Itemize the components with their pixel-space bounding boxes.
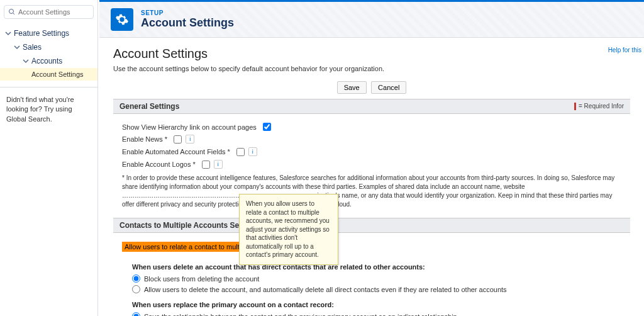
- required-hint: = Required Infor: [574, 103, 624, 110]
- radio-delete-block-label: Block users from deleting the account: [144, 275, 259, 283]
- sidebar-help-text: Didn't find what you're looking for? Try…: [0, 87, 97, 132]
- row-enable-news: Enable News * i: [122, 135, 621, 144]
- replace-heading: When users replace the primary account o…: [132, 301, 621, 308]
- main-area: SETUP Account Settings Account Settings …: [99, 0, 644, 316]
- page-title: Account Settings: [113, 47, 630, 61]
- page-intro: Use the account settings below to specif…: [113, 65, 630, 72]
- required-bar-icon: [574, 103, 576, 110]
- radio-delete-allow-input[interactable]: [132, 285, 140, 293]
- tree-sales[interactable]: Sales: [0, 40, 97, 54]
- tree-label: Accounts: [31, 57, 62, 65]
- section-general-body: Show View Hierarchy link on account page…: [113, 114, 630, 214]
- tree-label: Account Settings: [31, 71, 84, 78]
- label-enable-logos: Enable Account Logos *: [122, 161, 196, 168]
- sidebar-search-input[interactable]: [18, 8, 89, 16]
- info-icon[interactable]: i: [248, 147, 257, 156]
- top-button-row: Save Cancel: [113, 81, 630, 94]
- sidebar-search-box[interactable]: [4, 5, 94, 19]
- page-header: SETUP Account Settings: [99, 0, 644, 38]
- content-area: Account Settings Help for this Use the a…: [99, 38, 644, 316]
- tree-label: Feature Settings: [14, 29, 69, 38]
- section-contacts-body: Allow users to relate a contact to multi…: [113, 233, 630, 316]
- radio-replace-save[interactable]: Save the relationship between the contac…: [132, 312, 621, 316]
- tree-account-settings[interactable]: Account Settings: [0, 68, 97, 81]
- sidebar-search-wrap: [0, 0, 97, 24]
- label-enable-auto-fields: Enable Automated Account Fields *: [122, 148, 230, 155]
- checkbox-enable-auto-fields[interactable]: [236, 148, 245, 156]
- help-link[interactable]: Help for this: [608, 47, 641, 54]
- header-eyebrow: SETUP: [141, 9, 234, 16]
- radio-delete-block-input[interactable]: [132, 274, 140, 283]
- header-text: SETUP Account Settings: [141, 9, 234, 30]
- tree-feature-settings[interactable]: Feature Settings: [0, 26, 97, 40]
- radio-delete-allow[interactable]: Allow users to delete the account, and a…: [132, 285, 621, 293]
- chevron-down-icon: [14, 44, 20, 50]
- radio-replace-save-input[interactable]: [132, 312, 140, 316]
- cancel-button-top[interactable]: Cancel: [371, 81, 406, 94]
- checkbox-enable-logos[interactable]: [202, 161, 210, 169]
- checkbox-enable-news[interactable]: [174, 135, 182, 144]
- row-view-hierarchy: Show View Hierarchy link on account page…: [122, 123, 621, 131]
- label-view-hierarchy: Show View Hierarchy link on account page…: [122, 123, 257, 131]
- radio-replace-save-label: Save the relationship between the contac…: [144, 313, 457, 317]
- checkbox-view-hierarchy[interactable]: [263, 123, 271, 131]
- svg-point-0: [9, 9, 14, 14]
- info-icon[interactable]: i: [214, 160, 223, 169]
- radio-delete-block[interactable]: Block users from deleting the account: [132, 274, 621, 283]
- label-enable-news: Enable News *: [122, 135, 167, 143]
- radio-delete-allow-label: Allow users to delete the account, and a…: [144, 286, 507, 293]
- section-general-header: General Settings = Required Infor: [113, 99, 630, 114]
- row-enable-logos: Enable Account Logos * i: [122, 160, 621, 169]
- sidebar-tree: Feature Settings Sales Accounts Account …: [0, 24, 97, 83]
- gear-icon: [111, 8, 133, 31]
- general-disclaimer: * In order to provide these account inte…: [122, 174, 621, 209]
- row-enable-auto-fields: Enable Automated Account Fields * i: [122, 147, 621, 156]
- tree-accounts[interactable]: Accounts: [0, 54, 97, 68]
- chevron-down-icon: [23, 58, 29, 64]
- section-general-title: General Settings: [119, 102, 179, 111]
- info-icon[interactable]: i: [186, 135, 194, 144]
- section-contacts-header: Contacts to Multiple Accounts Settings: [113, 218, 630, 233]
- save-button-top[interactable]: Save: [337, 81, 367, 94]
- svg-line-1: [13, 13, 15, 15]
- search-icon: [8, 8, 16, 16]
- header-title: Account Settings: [141, 16, 234, 30]
- delete-heading: When users delete an account that has di…: [132, 263, 621, 271]
- setup-sidebar: Feature Settings Sales Accounts Account …: [0, 0, 98, 316]
- tooltip-allow-multi: When you allow users to relate a contact…: [239, 194, 338, 265]
- chevron-down-icon: [5, 30, 11, 37]
- tree-label: Sales: [23, 43, 42, 52]
